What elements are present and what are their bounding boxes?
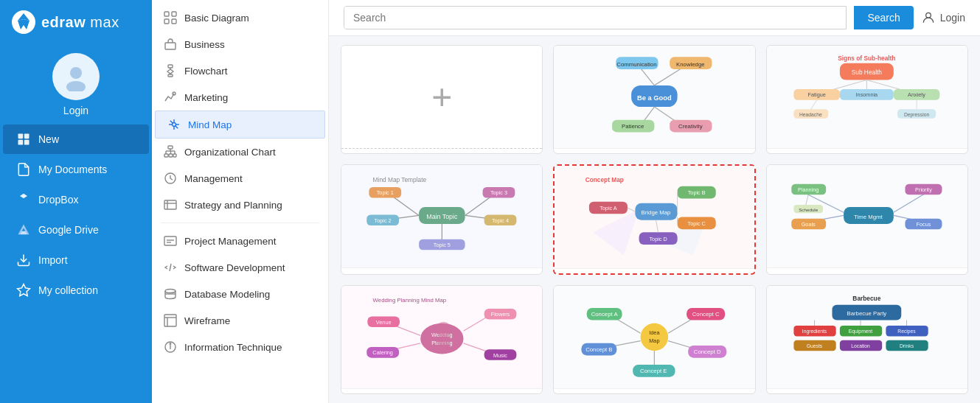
cat-project-management-label: Project Management <box>184 236 277 247</box>
svg-text:Topic A: Topic A <box>600 205 617 211</box>
category-divider <box>161 222 319 223</box>
card-title: Be a Good Teacher <box>561 153 640 154</box>
svg-text:Fatigue: Fatigue <box>808 92 826 99</box>
cat-database-modeling[interactable]: Database Modeling <box>152 281 328 307</box>
sidebar-item-my-collection[interactable]: My collection <box>3 276 149 305</box>
svg-text:Location: Location <box>852 343 871 348</box>
template-card-concept-map[interactable]: Concept Map Bridge Map Topic B Topic C <box>553 164 755 275</box>
svg-text:Barbecue: Barbecue <box>853 295 881 302</box>
svg-line-26 <box>170 121 173 124</box>
svg-rect-5 <box>24 140 29 145</box>
plus-icon: + <box>431 80 452 115</box>
sidebar-item-new[interactable]: New <box>3 125 149 154</box>
svg-rect-47 <box>164 315 176 326</box>
cat-management[interactable]: Management <box>152 165 328 192</box>
svg-text:Concept Map: Concept Map <box>585 176 624 183</box>
svg-text:Knowledge: Knowledge <box>676 61 705 68</box>
svg-text:Topic D: Topic D <box>650 236 667 242</box>
svg-text:Planning: Planning <box>798 186 819 193</box>
cat-mind-map-label: Mind Map <box>188 119 232 130</box>
template-card-barbecue[interactable]: Barbecue Barbecue Party Ingredients Equi… <box>766 285 968 394</box>
cat-flowchart[interactable]: Flowchart <box>152 57 328 84</box>
svg-text:Insomnia: Insomnia <box>856 92 878 99</box>
cat-information-technique-label: Information Technique <box>184 342 282 353</box>
cat-marketing[interactable]: Marketing <box>152 84 328 111</box>
template-card-be-a-good-teacher[interactable]: Be a Good Communication Knowledge Patien… <box>553 45 755 154</box>
cat-business-label: Business <box>184 39 225 50</box>
card-info-time-management: Time Management Free <box>767 268 967 275</box>
template-card-sub-health[interactable]: Signs of Sub-health Sub Health Fatigue I… <box>766 45 968 154</box>
svg-text:Barbecue Party: Barbecue Party <box>847 310 887 317</box>
template-card-idea-map[interactable]: Idea Map Concept A Concept B Concept C <box>553 285 755 394</box>
svg-text:Recipes: Recipes <box>898 329 917 334</box>
search-input[interactable] <box>344 7 846 29</box>
template-card-time-management[interactable]: Time Mgmt Planning Goals Priority <box>766 164 968 275</box>
svg-text:Creativity: Creativity <box>678 123 703 130</box>
svg-text:Concept B: Concept B <box>585 346 612 353</box>
sidebar-item-import-label: Import <box>38 254 68 266</box>
svg-marker-9 <box>18 284 30 296</box>
cat-org-chart[interactable]: Organizational Chart <box>152 139 328 165</box>
svg-text:Concept D: Concept D <box>694 348 721 355</box>
template-card-new[interactable]: + <box>341 45 543 154</box>
svg-text:Signs of Sub-health: Signs of Sub-health <box>838 55 896 62</box>
sidebar-item-google-drive-label: Google Drive <box>38 224 99 236</box>
svg-text:Depression: Depression <box>904 112 929 118</box>
sidebar-item-import[interactable]: Import <box>3 245 149 275</box>
sidebar-login-label[interactable]: Login <box>63 105 88 116</box>
card-title: Barbecue <box>774 393 814 394</box>
card-title: Concept Map Fifteen <box>562 273 647 275</box>
svg-point-53 <box>925 13 931 18</box>
card-title: Idea Map <box>561 393 600 394</box>
svg-text:Idea: Idea <box>649 329 660 336</box>
cat-mind-map[interactable]: Mind Map <box>155 111 325 139</box>
cat-business[interactable]: Business <box>152 31 328 57</box>
cat-software-development-label: Software Development <box>184 262 285 273</box>
avatar-area: Login <box>0 44 152 124</box>
topbar: Search Login <box>329 0 980 36</box>
card-info-concept-map: Concept Map Fifteen Free <box>555 269 754 275</box>
logo-area: edraw max <box>0 0 152 44</box>
cat-information-technique[interactable]: Information Technique <box>152 334 328 360</box>
sidebar-item-new-label: New <box>38 133 59 145</box>
svg-text:Venue: Venue <box>376 319 392 326</box>
template-card-simple-topics[interactable]: Mind Map Template Main Topic Topic 1 Top… <box>341 164 543 275</box>
cat-strategy-planning[interactable]: Strategy and Planning <box>152 192 328 218</box>
cat-software-development[interactable]: Software Development <box>152 254 328 281</box>
logo-icon <box>12 10 35 34</box>
card-preview-idea-map: Idea Map Concept A Concept B Concept C <box>554 286 754 389</box>
avatar <box>52 53 100 100</box>
svg-point-160 <box>437 340 450 347</box>
svg-line-27 <box>176 126 178 129</box>
card-preview-concept-map: Concept Map Bridge Map Topic B Topic C <box>555 166 754 269</box>
topbar-login-label: Login <box>940 12 965 24</box>
sidebar-item-dropbox-label: DropBox <box>38 194 78 206</box>
svg-rect-15 <box>168 65 173 68</box>
search-button[interactable]: Search <box>854 6 913 29</box>
cat-basic-diagram[interactable]: Basic Diagram <box>152 4 328 31</box>
cat-wireframe[interactable]: Wireframe <box>152 307 328 334</box>
svg-rect-38 <box>164 200 176 209</box>
svg-text:Headache: Headache <box>799 112 822 117</box>
svg-rect-12 <box>164 19 169 24</box>
svg-text:Topic 5: Topic 5 <box>434 242 451 248</box>
svg-text:Be a Good: Be a Good <box>637 94 672 102</box>
svg-text:Sub Health: Sub Health <box>852 69 883 76</box>
svg-line-120 <box>628 208 635 211</box>
sidebar-item-my-documents[interactable]: My Documents <box>3 155 149 184</box>
cat-marketing-label: Marketing <box>184 92 228 103</box>
svg-rect-13 <box>172 19 176 24</box>
template-card-wedding-planning[interactable]: Wedding Planning Mind Map Wedding Planni… <box>341 285 543 394</box>
svg-rect-10 <box>164 12 169 16</box>
cat-project-management[interactable]: Project Management <box>152 228 328 254</box>
sidebar: edraw max Login New My Documents DropBox… <box>0 0 152 403</box>
sidebar-item-dropbox[interactable]: DropBox <box>3 185 149 214</box>
svg-text:Map: Map <box>649 337 659 344</box>
card-badge: Free <box>518 273 535 275</box>
svg-text:Flowers: Flowers <box>491 311 510 318</box>
svg-text:Concept A: Concept A <box>591 311 619 318</box>
svg-text:Patience: Patience <box>622 123 644 130</box>
sidebar-item-google-drive[interactable]: Google Drive <box>3 215 149 245</box>
topbar-login[interactable]: Login <box>921 10 965 25</box>
category-panel: Basic Diagram Business Flowchart Marketi… <box>152 0 329 403</box>
